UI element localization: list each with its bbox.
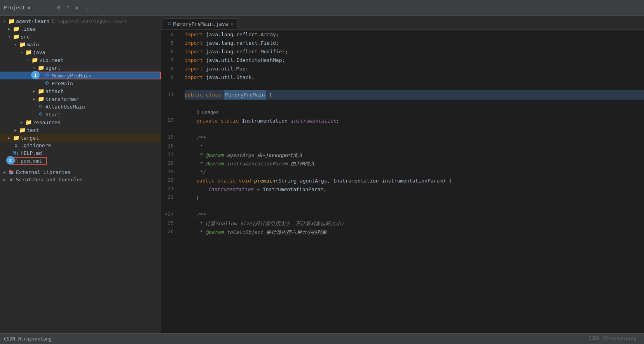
pkg-8: java.util.Map; (206, 65, 249, 73)
ln-usage (161, 107, 177, 116)
expand-icon[interactable]: ⌃ (66, 4, 70, 11)
target-label: target (21, 135, 39, 141)
ln-26: 26 (161, 227, 177, 236)
editor-area: © MemoryPreMain.java × 4 5 6 7 8 9 11 13… (161, 16, 644, 333)
ln-25: 25 (161, 219, 177, 227)
tree-main[interactable]: ▾ 📁 main (0, 40, 161, 48)
comment-26d: 要计算内存占用大小的对象 (266, 228, 327, 237)
ln-13: 13 (161, 116, 177, 125)
more-icon[interactable]: ⋮ (84, 4, 90, 11)
tree-resources[interactable]: ▶ 📁 resources (0, 118, 161, 126)
tree-external-libs[interactable]: ▶ 📚 External Libraries (0, 168, 161, 176)
param-instr-20: instrumentationParam (382, 177, 443, 185)
agent-arrow[interactable]: ▾ (31, 66, 37, 70)
vip-meet-label: vip.meet (39, 57, 64, 63)
tree-src[interactable]: ▾ 📁 src (0, 33, 161, 40)
code-line-25: * 计算Shallow Size(只计算引用大小，不计算对象实际大小) (185, 219, 644, 228)
ext-libs-icon: 📚 (8, 170, 15, 175)
idea-label: .idea (21, 26, 36, 32)
tree-attach[interactable]: ▶ 📁 attach (0, 87, 161, 95)
kw-class-11: class (206, 91, 224, 99)
tree-attach-use-main[interactable]: ▶ © AttachUseMain (0, 103, 161, 111)
tree-idea[interactable]: ▶ 📁 .idea (0, 25, 161, 33)
ln-24: ≡24 (161, 210, 177, 219)
code-line-16: * (185, 142, 644, 151)
tree-scratches[interactable]: ▶ ≡ Scratches and Consoles (0, 176, 161, 183)
tree-gitignore[interactable]: ⊘ .gitignore (0, 142, 161, 149)
test-label: test (27, 127, 39, 133)
pre-main-class-icon: © (44, 80, 51, 86)
tree-root[interactable]: ▾ 📁 agent-learn E:\app\me\learn\agent-le… (0, 17, 161, 25)
comma-20: , (327, 177, 333, 185)
editor-tab-memory-pre-main[interactable]: © MemoryPreMain.java × (163, 18, 238, 29)
vip-meet-arrow[interactable]: ▾ (25, 58, 31, 62)
code-line-5: import java.lang.reflect.Field; (185, 39, 644, 47)
code-line-14 (185, 125, 644, 134)
minimize-icon[interactable]: — (95, 4, 99, 11)
type-instrumentation-13: Instrumentation (242, 117, 290, 125)
attach-use-main-icon: © (37, 104, 44, 110)
ln-15: 15 (161, 133, 177, 142)
src-folder-icon: 📁 (12, 33, 19, 40)
scratches-label: Scratches and Consoles (16, 177, 83, 183)
ln-12 (161, 99, 177, 107)
comment-18a: * (196, 160, 205, 168)
field-instr-21: instrumentation (208, 185, 253, 194)
title-bar-project[interactable]: Project ∨ (4, 5, 31, 11)
editor-tabs: © MemoryPreMain.java × (161, 16, 644, 30)
tree-java[interactable]: ▾ 📁 java (0, 48, 161, 56)
code-line-10 (185, 82, 644, 90)
resources-arrow[interactable]: ▶ (19, 120, 25, 125)
code-area[interactable]: import java.lang.reflect.Array; import j… (181, 30, 644, 333)
tree-pre-main[interactable]: ▶ © PreMain (0, 79, 161, 87)
src-arrow[interactable]: ▾ (6, 35, 12, 39)
attach-arrow[interactable]: ▶ (31, 89, 37, 93)
tree-vip-meet[interactable]: ▾ 📁 vip.meet (0, 56, 161, 64)
tree-start[interactable]: ▶ © Start (0, 111, 161, 118)
root-label: agent-learn (16, 18, 49, 24)
main-area: ▾ 📁 agent-learn E:\app\me\learn\agent-le… (0, 16, 644, 333)
tree-target[interactable]: ▶ 📁 target (0, 134, 161, 142)
comment-26a: * (196, 228, 205, 237)
transformer-arrow[interactable]: ▶ (31, 97, 37, 101)
ln-17: 17 (161, 150, 177, 159)
transformer-label: transformer (45, 96, 79, 102)
ext-libs-arrow[interactable]: ▶ (2, 170, 8, 174)
tree-memory-pre-main[interactable]: ▶ © MemoryPreMain 1 agent类 (0, 72, 161, 79)
code-line-9: import java.util.Stack; (185, 73, 644, 82)
root-arrow[interactable]: ▾ (2, 19, 8, 23)
test-arrow[interactable]: ▶ (12, 128, 19, 132)
comment-18d: 由JVM传入 (291, 160, 315, 168)
tree-help-md[interactable]: ▶ M↓ HELP.md (0, 149, 161, 157)
pkg-9: java.util.Stack; (206, 73, 255, 82)
editor-content: 4 5 6 7 8 9 11 13 15 16 17 18 19 20 21 2 (161, 30, 644, 333)
agent-folder-icon: 📁 (37, 65, 44, 71)
ln-9: 9 (161, 73, 177, 82)
close-panel-icon[interactable]: ✕ (75, 4, 79, 11)
tree-agent[interactable]: ▾ 📁 agent (0, 64, 161, 72)
idea-arrow[interactable]: ▶ (6, 27, 12, 31)
tab-close-icon[interactable]: × (230, 21, 233, 26)
tab-java-icon: © (168, 21, 171, 27)
locate-icon[interactable]: ⊕ (57, 4, 61, 11)
target-arrow[interactable]: ▶ (6, 136, 12, 140)
eq-21: = (253, 185, 262, 194)
tree-test[interactable]: ▶ 📁 test (0, 126, 161, 134)
pkg-6: java.lang.reflect.Modifier; (206, 47, 288, 56)
java-arrow[interactable]: ▾ (19, 50, 25, 54)
tree-transformer[interactable]: ▶ 📁 transformer (0, 95, 161, 103)
memory-pre-main-class-icon: © (44, 72, 51, 79)
main-arrow[interactable]: ▾ (12, 42, 19, 47)
semi-13: ; (336, 117, 339, 125)
sidebar-tree[interactable]: ▾ 📁 agent-learn E:\app\me\learn\agent-le… (0, 16, 161, 333)
scratches-arrow[interactable]: ▶ (2, 177, 8, 182)
help-md-label: HELP.md (21, 150, 42, 156)
param-instr-21: instrumentationParam (263, 185, 324, 194)
ln-23 (161, 202, 177, 210)
kw-public-20: public (196, 177, 218, 185)
start-label: Start (45, 112, 61, 118)
tree-pom-xml[interactable]: ▶ m pom.xml 2 打agent包配置 (0, 157, 161, 165)
ln-6: 6 (161, 47, 177, 56)
kw-import-9: import (185, 73, 206, 82)
code-line-15: /** (185, 134, 644, 142)
